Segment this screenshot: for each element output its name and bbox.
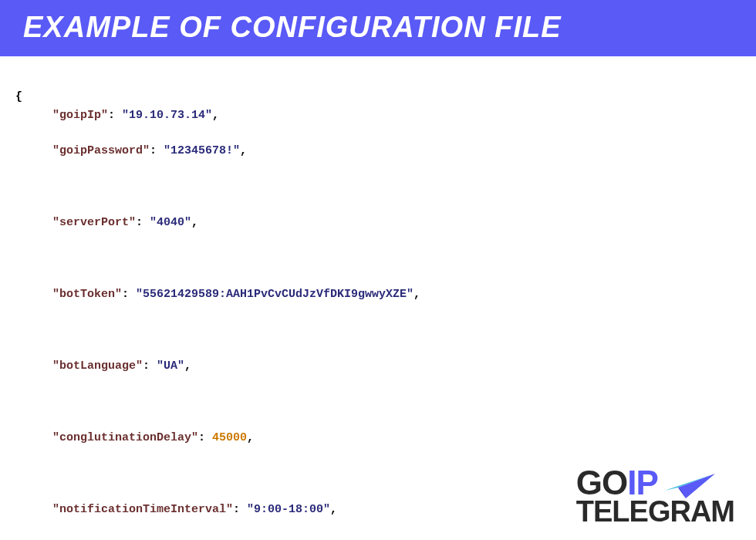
val-goipPassword: "12345678!" (164, 144, 240, 157)
val-botToken: "55621429589:AAH1PvCvCUdJzVfDKI9gwwyXZE" (136, 288, 413, 301)
key-serverPort: "serverPort" (52, 216, 136, 229)
logo-goip-telegram: GOIP TELEGRAM (576, 467, 734, 525)
paper-plane-icon (663, 467, 717, 498)
key-goipPassword: "goipPassword" (52, 144, 150, 157)
val-serverPort: "4040" (150, 216, 191, 229)
brace-open: { (15, 90, 22, 103)
svg-marker-1 (678, 474, 715, 498)
page-title: EXAMPLE OF CONFIGURATION FILE (0, 0, 756, 56)
logo-text-telegram: TELEGRAM (576, 498, 734, 525)
key-notificationTimeInterval: "notificationTimeInterval" (52, 503, 233, 516)
key-conglutinationDelay: "conglutinationDelay" (52, 431, 198, 444)
val-goipIp: "19.10.73.14" (122, 109, 212, 122)
val-botLanguage: "UA" (157, 359, 184, 373)
val-notificationTimeInterval: "9:00-18:00" (247, 503, 330, 516)
val-conglutinationDelay: 45000 (212, 431, 247, 444)
key-goipIp: "goipIp" (52, 109, 108, 122)
key-botLanguage: "botLanguage" (52, 359, 143, 373)
key-botToken: "botToken" (52, 288, 122, 301)
